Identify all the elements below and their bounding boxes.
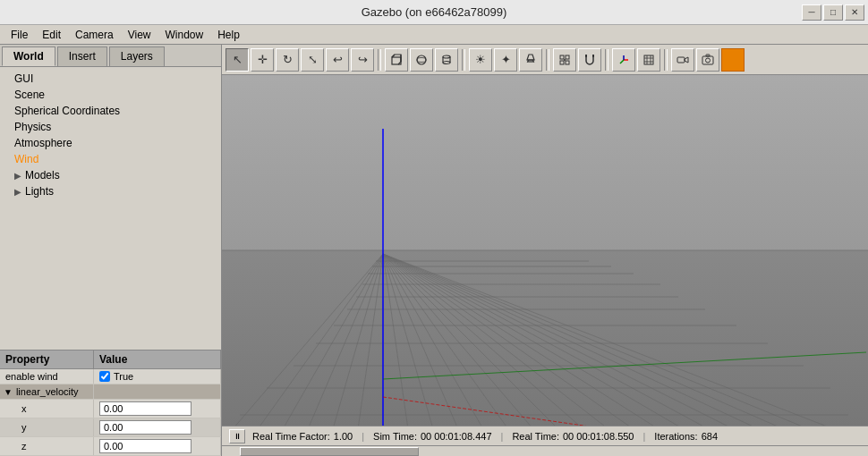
prop-value-z[interactable] (94, 437, 221, 455)
svg-rect-33 (706, 55, 710, 56)
toolbar: ↖ ✛ ↻ ⤡ ↩ ↪ (222, 45, 868, 75)
tree-item-spherical[interactable]: Spherical Coordinates (0, 103, 221, 119)
svg-rect-16 (566, 61, 569, 64)
svg-rect-31 (702, 56, 713, 64)
z-input[interactable] (99, 439, 191, 453)
prop-row-y: y (0, 418, 221, 437)
menu-help[interactable]: Help (210, 27, 247, 43)
enable-wind-value: True (114, 371, 133, 382)
box-shape-button[interactable] (385, 48, 408, 72)
svg-point-32 (706, 58, 711, 63)
screenshot-icon (702, 54, 714, 66)
tree-item-physics[interactable]: Physics (0, 119, 221, 135)
prop-value-enable-wind: True (94, 369, 221, 384)
prop-row-x: x (0, 400, 221, 418)
align-button[interactable] (553, 48, 576, 72)
pause-icon: ⏸ (234, 432, 242, 441)
svg-rect-28 (644, 55, 653, 64)
undo-button[interactable]: ↩ (326, 48, 349, 72)
value-col-header: Value (94, 350, 221, 368)
menu-edit[interactable]: Edit (35, 27, 68, 43)
tree-item-gui[interactable]: GUI (0, 71, 221, 87)
tab-layers[interactable]: Layers (109, 46, 165, 66)
select-tool-button[interactable]: ↖ (226, 48, 249, 72)
prop-name-linear-velocity[interactable]: ▼linear_velocity (0, 384, 94, 399)
svg-rect-35 (222, 250, 868, 426)
svg-point-4 (417, 57, 426, 62)
svg-point-8 (443, 61, 450, 63)
axes-button[interactable] (612, 48, 635, 72)
bottom-scrollbar[interactable] (222, 445, 868, 456)
tree-item-lights[interactable]: ▶Lights (0, 183, 221, 199)
close-button[interactable]: ✕ (845, 4, 864, 21)
menu-file[interactable]: File (4, 27, 35, 43)
svg-rect-34 (222, 75, 868, 250)
status-sep-2: | (501, 431, 504, 442)
menu-view[interactable]: View (121, 27, 158, 43)
toolbar-sep-3 (546, 49, 549, 71)
translate-tool-button[interactable]: ✛ (251, 48, 274, 72)
window-controls: ─ □ ✕ (802, 4, 864, 21)
left-panel: World Insert Layers GUI Scene Spherical … (0, 45, 222, 456)
tree-item-wind[interactable]: Wind (0, 151, 221, 167)
tree-item-atmosphere[interactable]: Atmosphere (0, 135, 221, 151)
viewport: ↖ ✛ ↻ ⤡ ↩ ↪ (222, 45, 868, 456)
models-expand-arrow: ▶ (14, 171, 21, 181)
prop-name-enable-wind: enable wind (0, 369, 94, 384)
scroll-thumb[interactable] (240, 447, 419, 456)
tree-item-models[interactable]: ▶Models (0, 167, 221, 183)
spot-light-button[interactable] (519, 48, 542, 72)
rotate-tool-button[interactable]: ↻ (276, 48, 299, 72)
align-icon (558, 54, 571, 66)
toolbar-sep-4 (605, 49, 608, 71)
svg-point-5 (443, 55, 450, 58)
toolbar-sep-5 (664, 49, 668, 71)
iterations-value: 684 (702, 431, 718, 442)
sim-time-segment: Sim Time: 00 00:01:08.447 (373, 431, 491, 442)
svg-rect-14 (566, 55, 569, 59)
sim-time-value: 00 00:01:08.447 (421, 431, 492, 442)
real-time-factor-label: Real Time Factor: (252, 431, 330, 442)
real-time-factor-segment: Real Time Factor: 1.00 (252, 431, 353, 442)
scene-3d[interactable] (222, 75, 868, 426)
menu-camera[interactable]: Camera (68, 27, 121, 43)
sphere-icon (415, 54, 428, 66)
status-bar: ⏸ Real Time Factor: 1.00 | Sim Time: 00 … (222, 426, 868, 445)
prop-value-y[interactable] (94, 418, 221, 436)
redo-button[interactable]: ↪ (351, 48, 374, 72)
svg-point-3 (417, 55, 426, 64)
magnet-icon (583, 54, 596, 66)
real-time-factor-value: 1.00 (334, 431, 353, 442)
prop-value-x[interactable] (94, 400, 221, 418)
real-time-segment: Real Time: 00 00:01:08.550 (512, 431, 634, 442)
tab-insert[interactable]: Insert (57, 46, 107, 66)
color-btn[interactable] (721, 48, 745, 72)
point-light-button[interactable]: ✦ (494, 48, 517, 72)
scale-tool-button[interactable]: ⤡ (301, 48, 324, 72)
minimize-button[interactable]: ─ (802, 4, 821, 21)
prop-row-z: z (0, 437, 221, 456)
svg-rect-13 (560, 55, 564, 59)
cylinder-shape-button[interactable] (435, 48, 458, 72)
tree-item-scene[interactable]: Scene (0, 87, 221, 103)
magnet-button[interactable] (578, 48, 601, 72)
screenshot-button[interactable] (696, 48, 719, 72)
x-input[interactable] (99, 401, 191, 416)
prop-name-x: x (0, 400, 94, 418)
enable-wind-checkbox[interactable] (99, 371, 110, 382)
record-button[interactable] (671, 48, 694, 72)
sphere-shape-button[interactable] (410, 48, 433, 72)
pause-button[interactable]: ⏸ (229, 429, 245, 443)
y-input[interactable] (99, 420, 191, 435)
menu-window[interactable]: Window (158, 27, 211, 43)
restore-button[interactable]: □ (823, 4, 843, 21)
spot-light-icon (524, 54, 537, 66)
toolbar-sep-1 (378, 49, 381, 71)
menu-bar: File Edit Camera View Window Help (0, 25, 868, 45)
grid-button[interactable] (637, 48, 660, 72)
sun-light-button[interactable]: ☀ (469, 48, 492, 72)
svg-marker-9 (527, 55, 534, 60)
tab-bar: World Insert Layers (0, 45, 221, 67)
tab-world[interactable]: World (2, 46, 55, 66)
svg-rect-15 (560, 61, 564, 64)
